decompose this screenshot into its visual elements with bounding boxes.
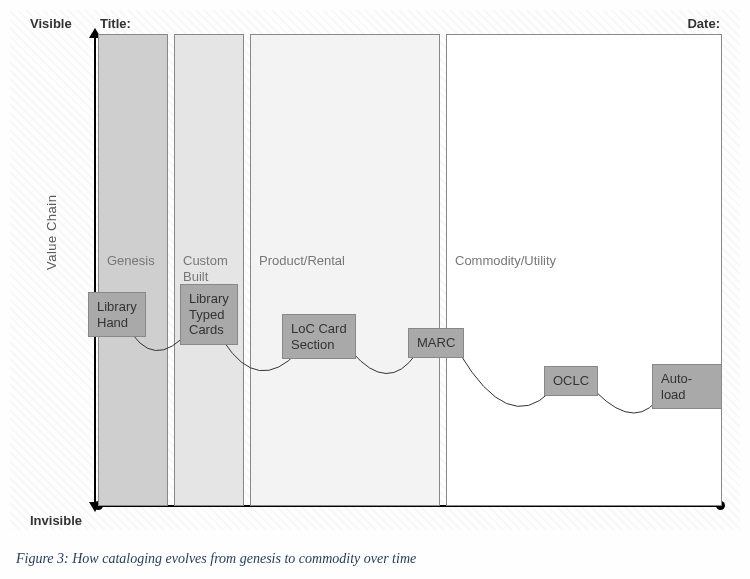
figure-caption: Figure 3: How cataloging evolves from ge… xyxy=(16,551,416,567)
node-auto-load: Auto-load xyxy=(652,364,722,409)
node-oclc: OCLC xyxy=(544,366,598,396)
column-custom-built: Custom Built xyxy=(174,34,244,506)
axis-label-visible: Visible xyxy=(30,16,72,31)
label-date: Date: xyxy=(687,16,720,31)
axis-label-value-chain: Value Chain xyxy=(44,195,59,270)
column-label-commodity: Commodity/Utility xyxy=(455,253,556,269)
column-label-genesis: Genesis xyxy=(107,253,155,269)
wardley-map-container: Visible Title: Date: Invisible Value Cha… xyxy=(10,10,740,530)
column-commodity-utility: Commodity/Utility xyxy=(446,34,722,506)
node-marc: MARC xyxy=(408,328,464,358)
column-label-custom: Custom Built xyxy=(183,253,228,286)
axis-label-invisible: Invisible xyxy=(30,513,82,528)
column-genesis: Genesis xyxy=(98,34,168,506)
column-label-product: Product/Rental xyxy=(259,253,345,269)
chart-area: Genesis Custom Built Product/Rental Comm… xyxy=(98,34,722,506)
label-title: Title: xyxy=(100,16,131,31)
node-library-hand: Library Hand xyxy=(88,292,146,337)
node-library-typed-cards: Library Typed Cards xyxy=(180,284,238,345)
column-product-rental: Product/Rental xyxy=(250,34,440,506)
y-axis-line xyxy=(94,34,96,506)
node-loc-card-section: LoC Card Section xyxy=(282,314,356,359)
